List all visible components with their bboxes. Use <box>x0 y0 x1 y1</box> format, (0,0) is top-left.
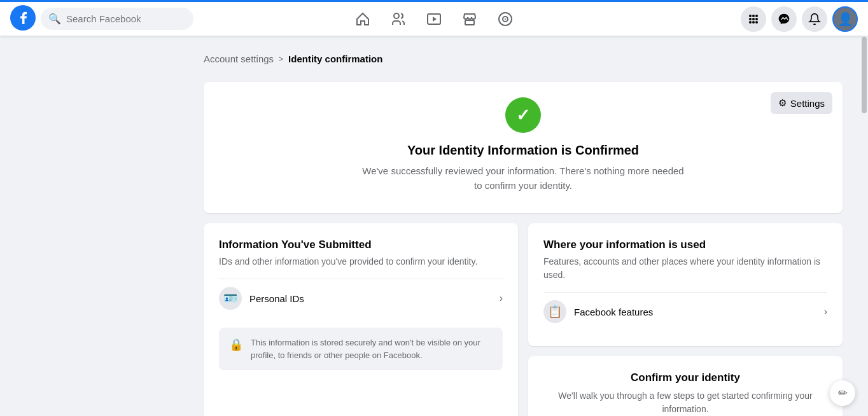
nav-marketplace-button[interactable] <box>454 4 485 34</box>
personal-ids-left: 🪪 Personal IDs <box>219 287 304 310</box>
svg-marker-3 <box>433 17 437 22</box>
facebook-features-label: Facebook features <box>574 307 653 317</box>
scrollbar-track[interactable] <box>860 36 868 416</box>
check-circle: ✓ <box>505 97 541 133</box>
facebook-features-chevron-icon: › <box>824 306 827 317</box>
confirm-identity-title: Confirm your identity <box>543 371 827 384</box>
watch-icon <box>426 11 442 27</box>
where-used-title: Where your information is used <box>543 239 827 251</box>
marketplace-icon <box>462 11 477 27</box>
navbar-center <box>293 4 575 34</box>
svg-point-13 <box>755 18 758 20</box>
avatar[interactable]: 👤 <box>832 6 858 32</box>
navbar: 🔍 <box>0 0 868 36</box>
confirmation-title: Your Identity Information is Confirmed <box>229 143 817 158</box>
svg-point-8 <box>749 15 752 17</box>
nav-friends-button[interactable] <box>383 4 414 34</box>
svg-rect-4 <box>465 20 474 25</box>
svg-point-11 <box>749 18 752 20</box>
nav-gaming-button[interactable] <box>490 4 521 34</box>
submitted-card-desc: IDs and other information you've provide… <box>219 255 503 268</box>
id-card-icon: 🪪 <box>223 291 237 305</box>
fb-logo[interactable] <box>10 5 36 33</box>
search-bar[interactable]: 🔍 <box>41 8 193 30</box>
where-used-desc: Features, accounts and other places wher… <box>543 255 827 282</box>
home-icon <box>355 11 370 27</box>
checkmark-icon: ✓ <box>516 106 530 125</box>
search-icon: 🔍 <box>48 13 61 25</box>
search-input[interactable] <box>66 13 186 24</box>
facebook-features-icon-box: 📋 <box>543 300 566 323</box>
personal-ids-chevron-icon: › <box>500 293 503 304</box>
submitted-card: Information You've Submitted IDs and oth… <box>204 223 518 416</box>
personal-ids-label: Personal IDs <box>249 293 304 304</box>
breadcrumb: Account settings > Identity confirmation <box>204 46 843 72</box>
svg-point-10 <box>755 15 758 17</box>
where-used-card: Where your information is used Features,… <box>528 223 843 346</box>
confirm-identity-card: Confirm your identity We'll walk you thr… <box>528 356 843 416</box>
gear-icon: ⚙ <box>778 97 787 109</box>
svg-point-15 <box>752 21 755 24</box>
breadcrumb-parent-link[interactable]: Account settings <box>204 53 274 64</box>
svg-point-7 <box>505 18 506 20</box>
facebook-features-left: 📋 Facebook features <box>543 300 653 323</box>
secure-note: 🔒 This information is stored securely an… <box>219 328 503 370</box>
breadcrumb-separator: > <box>279 55 283 64</box>
breadcrumb-current: Identity confirmation <box>288 53 382 64</box>
bell-icon <box>808 13 821 25</box>
personal-ids-icon-box: 🪪 <box>219 287 242 310</box>
nav-watch-button[interactable] <box>419 4 449 34</box>
personal-ids-row[interactable]: 🪪 Personal IDs › <box>219 279 503 317</box>
right-column: Where your information is used Features,… <box>528 223 843 416</box>
menu-button[interactable] <box>741 6 766 32</box>
notifications-button[interactable] <box>802 6 827 32</box>
edit-fab[interactable]: ✏ <box>830 380 855 406</box>
confirmation-description: We've successfully reviewed your informa… <box>358 164 689 193</box>
avatar-icon: 👤 <box>837 11 853 27</box>
scrollbar-thumb[interactable] <box>862 37 867 113</box>
messenger-icon <box>778 13 790 25</box>
nav-home-button[interactable] <box>347 4 378 34</box>
messenger-button[interactable] <box>771 6 797 32</box>
confirm-identity-desc: We'll walk you through a few steps to ge… <box>543 389 827 416</box>
svg-point-14 <box>749 21 752 24</box>
main-content: Account settings > Identity confirmation… <box>0 0 868 416</box>
submitted-card-title: Information You've Submitted <box>219 239 503 251</box>
features-icon: 📋 <box>548 305 562 319</box>
gaming-icon <box>498 11 513 27</box>
edit-icon: ✏ <box>838 386 848 400</box>
svg-point-16 <box>755 21 758 24</box>
lock-icon: 🔒 <box>229 338 243 352</box>
svg-point-1 <box>394 13 399 18</box>
secure-note-text: This information is stored securely and … <box>251 336 493 361</box>
grid-icon <box>747 13 760 25</box>
navbar-right: 👤 <box>575 6 858 32</box>
facebook-features-row[interactable]: 📋 Facebook features › <box>543 292 827 331</box>
svg-point-12 <box>752 18 755 20</box>
settings-button-label: Settings <box>790 98 825 109</box>
settings-button[interactable]: ⚙ Settings <box>771 92 832 114</box>
two-col-grid: Information You've Submitted IDs and oth… <box>204 223 843 416</box>
confirmation-card: ⚙ Settings ✓ Your Identity Information i… <box>204 82 843 213</box>
friends-icon <box>391 11 406 27</box>
navbar-left: 🔍 <box>10 5 293 33</box>
svg-point-9 <box>752 15 755 17</box>
